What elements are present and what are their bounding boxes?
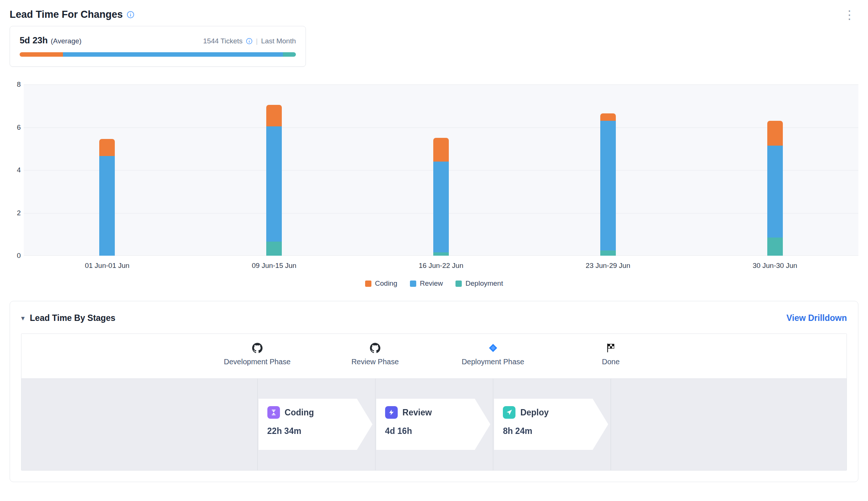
page-header: Lead Time For Changes ⋮ — [10, 9, 858, 21]
legend-label: Deployment — [465, 279, 503, 288]
bar-segment-deployment[interactable] — [767, 238, 783, 256]
stages-title: Lead Time By Stages — [30, 313, 116, 323]
bar-segment-coding[interactable] — [99, 139, 115, 156]
progress-segment-coding — [20, 52, 63, 57]
bar-slot — [24, 84, 191, 256]
legend-swatch — [410, 281, 416, 287]
x-tick-label: 30 Jun-30 Jun — [691, 262, 858, 270]
phase-development: Development Phase — [224, 343, 291, 366]
phase-label: Done — [602, 358, 620, 366]
legend-label: Coding — [375, 279, 397, 288]
checkered-flag-icon — [602, 343, 620, 354]
info-icon[interactable] — [127, 11, 134, 19]
stage-duration: 4d 16h — [385, 426, 481, 436]
hourglass-icon — [267, 406, 280, 419]
y-tick-label: 4 — [17, 166, 21, 174]
plot-area — [24, 84, 858, 256]
phase-label: Development Phase — [224, 358, 291, 366]
kebab-menu-icon[interactable]: ⋮ — [841, 9, 858, 21]
legend-item-review[interactable]: Review — [410, 279, 443, 288]
bar-segment-review[interactable] — [433, 162, 449, 252]
lead-time-chart: 02468 01 Jun-01 Jun09 Jun-15 Jun16 Jun-2… — [10, 84, 858, 288]
x-tick-label: 23 Jun-29 Jun — [524, 262, 691, 270]
rocket-icon — [503, 406, 515, 419]
stacked-bar[interactable] — [433, 84, 449, 256]
bolt-icon — [385, 406, 398, 419]
x-tick-label: 01 Jun-01 Jun — [24, 262, 191, 270]
bar-segment-coding[interactable] — [433, 138, 449, 162]
bar-slot — [691, 84, 858, 256]
period-label: Last Month — [261, 37, 296, 45]
stage-card-deploy[interactable]: Deploy 8h 24m — [494, 399, 608, 450]
bar-segment-deployment[interactable] — [433, 252, 449, 256]
bar-segment-deployment[interactable] — [266, 242, 282, 256]
phase-header: Development Phase Review Phase Deploymen… — [21, 334, 847, 378]
page-title: Lead Time For Changes — [10, 9, 123, 20]
column-divider — [375, 379, 375, 470]
y-tick-label: 0 — [17, 252, 21, 260]
separator: | — [256, 37, 258, 45]
phase-deployment: Deployment Phase — [462, 343, 524, 366]
stacked-bar[interactable] — [266, 84, 282, 256]
column-divider — [611, 379, 611, 470]
summary-card: 5d 23h (Average) 1544 Tickets | Last Mon… — [10, 26, 306, 67]
tickets-count: 1544 Tickets — [203, 37, 243, 45]
stage-body: Coding 22h 34m Review 4d 16h — [21, 378, 847, 470]
view-drilldown-link[interactable]: View Drilldown — [787, 313, 847, 323]
lead-time-by-stages-panel: ▾ Lead Time By Stages View Drilldown Dev… — [10, 301, 858, 482]
stacked-bar[interactable] — [600, 84, 616, 256]
stacked-bar[interactable] — [767, 84, 783, 256]
bars — [24, 84, 858, 256]
legend-item-coding[interactable]: Coding — [365, 279, 397, 288]
stage-duration: 8h 24m — [503, 426, 599, 436]
phase-done: Done — [602, 343, 620, 366]
github-icon — [224, 343, 291, 354]
bar-slot — [191, 84, 358, 256]
chevron-down-icon[interactable]: ▾ — [21, 314, 25, 322]
stage-card-review[interactable]: Review 4d 16h — [376, 399, 490, 450]
bar-segment-deployment[interactable] — [600, 250, 616, 256]
stage-card-coding[interactable]: Coding 22h 34m — [258, 399, 373, 450]
y-tick-label: 2 — [17, 209, 21, 217]
x-tick-label: 09 Jun-15 Jun — [191, 262, 358, 270]
bar-segment-coding[interactable] — [266, 105, 282, 126]
y-axis: 02468 — [10, 84, 24, 256]
phase-label: Deployment Phase — [462, 358, 524, 366]
phase-review: Review Phase — [351, 343, 399, 366]
summary-progress-bar — [20, 52, 296, 57]
progress-segment-review — [63, 52, 283, 57]
tickets-info-icon[interactable] — [246, 38, 253, 44]
bar-segment-review[interactable] — [767, 146, 783, 238]
bar-segment-coding[interactable] — [600, 113, 616, 121]
diamond-icon — [462, 343, 524, 354]
average-suffix: (Average) — [51, 37, 81, 45]
y-tick-label: 6 — [17, 123, 21, 132]
bar-segment-review[interactable] — [266, 126, 282, 242]
column-divider — [257, 379, 258, 470]
stage-name: Review — [403, 408, 432, 418]
bar-segment-review[interactable] — [600, 121, 616, 250]
y-tick-label: 8 — [17, 80, 21, 89]
average-value: 5d 23h — [20, 35, 48, 46]
stacked-bar[interactable] — [99, 84, 115, 256]
column-divider — [493, 379, 493, 470]
x-tick-label: 16 Jun-22 Jun — [358, 262, 525, 270]
legend-item-deployment[interactable]: Deployment — [455, 279, 503, 288]
stage-name: Coding — [285, 408, 314, 418]
bar-segment-review[interactable] — [99, 156, 115, 256]
legend-swatch — [365, 281, 371, 287]
bar-segment-coding[interactable] — [767, 121, 783, 145]
progress-segment-deployment — [283, 52, 296, 57]
legend: CodingReviewDeployment — [10, 279, 858, 288]
bar-slot — [358, 84, 525, 256]
legend-label: Review — [420, 279, 443, 288]
stage-name: Deploy — [520, 408, 549, 418]
x-axis: 01 Jun-01 Jun09 Jun-15 Jun16 Jun-22 Jun2… — [24, 262, 858, 270]
bar-slot — [524, 84, 691, 256]
github-icon — [351, 343, 399, 354]
phase-label: Review Phase — [351, 358, 399, 366]
legend-swatch — [455, 281, 462, 287]
stage-duration: 22h 34m — [267, 426, 364, 436]
stages-box: Development Phase Review Phase Deploymen… — [21, 334, 847, 471]
